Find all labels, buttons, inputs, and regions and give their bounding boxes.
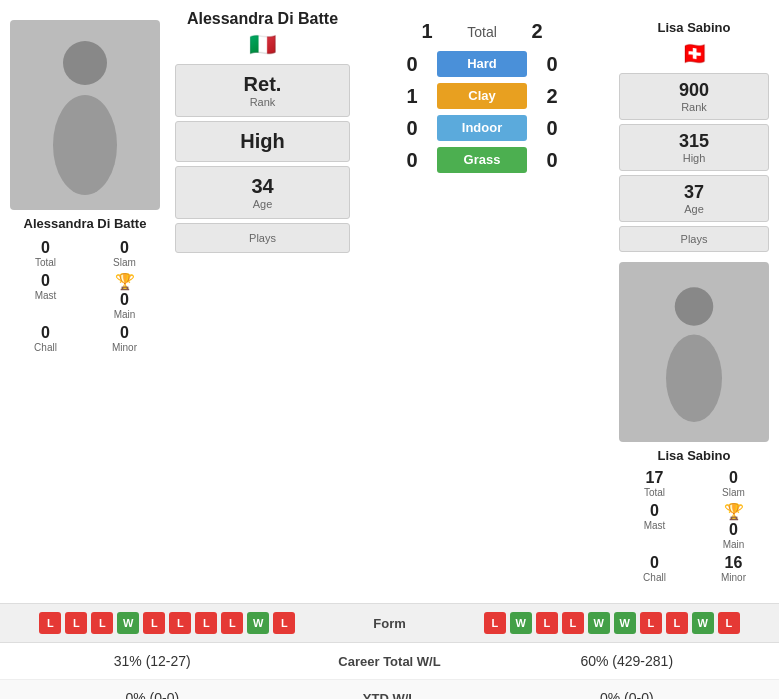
player1-main-value: 0 bbox=[120, 291, 129, 309]
p1-form-badge-5: L bbox=[169, 612, 191, 634]
grass-surface-btn[interactable]: Grass bbox=[437, 147, 527, 173]
player1-plays-label: Plays bbox=[176, 232, 349, 244]
center-info-panel: Alessandra Di Batte 🇮🇹 Ret. Rank High 34… bbox=[170, 10, 355, 593]
player1-name-top: Alessandra Di Batte bbox=[187, 10, 338, 28]
player1-rank-value: Ret. bbox=[176, 73, 349, 96]
form-left: LLLWLLLLWL bbox=[15, 612, 320, 634]
player2-high-value: 315 bbox=[620, 131, 768, 152]
player1-chall-stat: 0 Chall bbox=[10, 324, 81, 353]
player2-panel: Lisa Sabino 🇨🇭 900 Rank 315 High 37 Age … bbox=[609, 10, 779, 593]
form-right: LWLLWWLLWL bbox=[460, 612, 765, 634]
p1-grass-score: 0 bbox=[397, 149, 427, 172]
player2-minor-value: 16 bbox=[725, 554, 743, 572]
p1-total-score: 1 bbox=[412, 20, 442, 43]
p2-total-score: 2 bbox=[522, 20, 552, 43]
stats-left-1: 0% (0-0) bbox=[15, 690, 290, 699]
player1-mast-stat: 0 Mast bbox=[10, 272, 81, 320]
player2-plays-box: Plays bbox=[619, 226, 769, 252]
surface-row-clay: 1 Clay 2 bbox=[360, 83, 604, 109]
stats-left-0: 31% (12-27) bbox=[15, 653, 290, 669]
svg-point-2 bbox=[675, 287, 714, 326]
player1-minor-value: 0 bbox=[120, 324, 129, 342]
p2-form-badge-0: L bbox=[484, 612, 506, 634]
player1-high-value: High bbox=[176, 130, 349, 153]
player1-plays-box: Plays bbox=[175, 223, 350, 253]
stats-row-1: 0% (0-0)YTD W/L0% (0-0) bbox=[0, 680, 779, 699]
p1-clay-score: 1 bbox=[397, 85, 427, 108]
player1-avatar bbox=[10, 20, 160, 210]
player2-total-label: Total bbox=[644, 487, 665, 498]
p2-clay-score: 2 bbox=[537, 85, 567, 108]
p1-form-badge-4: L bbox=[143, 612, 165, 634]
player1-slam-value: 0 bbox=[120, 239, 129, 257]
player2-main-value: 0 bbox=[729, 521, 738, 539]
player1-age-value: 34 bbox=[176, 175, 349, 198]
total-label: Total bbox=[452, 24, 512, 40]
p2-form-badge-2: L bbox=[536, 612, 558, 634]
player1-main-label: Main bbox=[114, 309, 136, 320]
player2-total-value: 17 bbox=[646, 469, 664, 487]
p2-form-badge-7: L bbox=[666, 612, 688, 634]
player2-chall-label: Chall bbox=[643, 572, 666, 583]
player1-main-stat: 🏆 0 Main bbox=[89, 272, 160, 320]
player1-high-box: High bbox=[175, 121, 350, 162]
p1-form-badge-8: W bbox=[247, 612, 269, 634]
p1-form-badge-9: L bbox=[273, 612, 295, 634]
p1-form-badge-2: L bbox=[91, 612, 113, 634]
player2-slam-value: 0 bbox=[729, 469, 738, 487]
p1-form-badge-1: L bbox=[65, 612, 87, 634]
player1-stats: 0 Total 0 Slam 0 Mast 🏆 0 Main 0 bbox=[10, 239, 160, 353]
player1-mast-value: 0 bbox=[41, 272, 50, 290]
player1-rank-label: Rank bbox=[176, 96, 349, 108]
player2-mast-value: 0 bbox=[650, 502, 659, 520]
player2-age-label: Age bbox=[620, 203, 768, 215]
surface-row-grass: 0 Grass 0 bbox=[360, 147, 604, 173]
player2-slam-label: Slam bbox=[722, 487, 745, 498]
stats-table: 31% (12-27)Career Total W/L60% (429-281)… bbox=[0, 643, 779, 699]
surface-row-hard: 0 Hard 0 bbox=[360, 51, 604, 77]
player1-age-label: Age bbox=[176, 198, 349, 210]
p2-hard-score: 0 bbox=[537, 53, 567, 76]
player2-mast-stat: 0 Mast bbox=[619, 502, 690, 550]
player2-minor-label: Minor bbox=[721, 572, 746, 583]
p1-form-badge-6: L bbox=[195, 612, 217, 634]
stats-right-0: 60% (429-281) bbox=[490, 653, 765, 669]
hard-surface-btn[interactable]: Hard bbox=[437, 51, 527, 77]
player2-stats: 17 Total 0 Slam 0 Mast 🏆 0 Main 0 bbox=[619, 469, 769, 583]
p1-indoor-score: 0 bbox=[397, 117, 427, 140]
player1-age-box: 34 Age bbox=[175, 166, 350, 219]
stats-label-0: Career Total W/L bbox=[290, 654, 490, 669]
p1-form-badge-3: W bbox=[117, 612, 139, 634]
indoor-surface-btn[interactable]: Indoor bbox=[437, 115, 527, 141]
player2-main-label: Main bbox=[723, 539, 745, 550]
player2-name-top: Lisa Sabino bbox=[658, 20, 731, 35]
form-section: LLLWLLLLWL Form LWLLWWLLWL bbox=[0, 604, 779, 643]
form-label: Form bbox=[330, 616, 450, 631]
player1-rank-box: Ret. Rank bbox=[175, 64, 350, 117]
match-section: Alessandra Di Batte 0 Total 0 Slam 0 Mas… bbox=[0, 0, 779, 604]
clay-surface-btn[interactable]: Clay bbox=[437, 83, 527, 109]
p2-indoor-score: 0 bbox=[537, 117, 567, 140]
svg-point-1 bbox=[53, 95, 117, 195]
p2-form-badge-4: W bbox=[588, 612, 610, 634]
player1-total-label: Total bbox=[35, 257, 56, 268]
main-container: Alessandra Di Batte 0 Total 0 Slam 0 Mas… bbox=[0, 0, 779, 699]
player1-name: Alessandra Di Batte bbox=[24, 216, 147, 231]
player2-plays-label: Plays bbox=[620, 233, 768, 245]
player1-mast-label: Mast bbox=[35, 290, 57, 301]
player2-age-value: 37 bbox=[620, 182, 768, 203]
player1-chall-label: Chall bbox=[34, 342, 57, 353]
player2-mast-label: Mast bbox=[644, 520, 666, 531]
p2-form-badge-6: L bbox=[640, 612, 662, 634]
player2-avatar bbox=[619, 262, 769, 442]
trophy-icon-p2: 🏆 bbox=[724, 502, 744, 521]
player2-minor-stat: 16 Minor bbox=[698, 554, 769, 583]
stats-row-0: 31% (12-27)Career Total W/L60% (429-281) bbox=[0, 643, 779, 680]
player1-total-stat: 0 Total bbox=[10, 239, 81, 268]
player2-slam-stat: 0 Slam bbox=[698, 469, 769, 498]
player2-chall-stat: 0 Chall bbox=[619, 554, 690, 583]
player2-high-label: High bbox=[620, 152, 768, 164]
player2-total-stat: 17 Total bbox=[619, 469, 690, 498]
player2-main-stat: 🏆 0 Main bbox=[698, 502, 769, 550]
scores-section: 1 Total 2 0 Hard 0 1 Clay 2 0 Indoor 0 0 bbox=[355, 10, 609, 593]
